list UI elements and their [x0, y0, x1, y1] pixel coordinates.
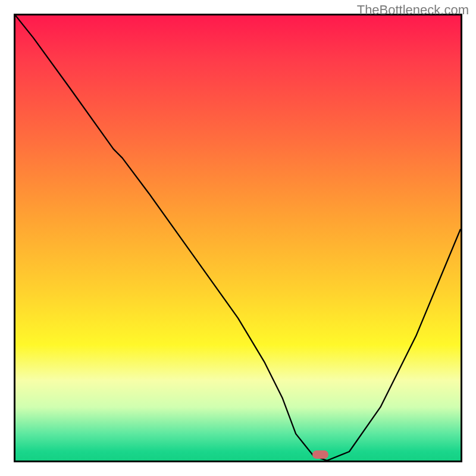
curve-svg [15, 15, 461, 461]
minimum-marker [312, 450, 328, 459]
chart-container: TheBottleneck.com [0, 0, 476, 476]
bottleneck-curve [15, 15, 461, 461]
watermark-text: TheBottleneck.com [357, 2, 469, 18]
plot-frame [14, 14, 462, 462]
